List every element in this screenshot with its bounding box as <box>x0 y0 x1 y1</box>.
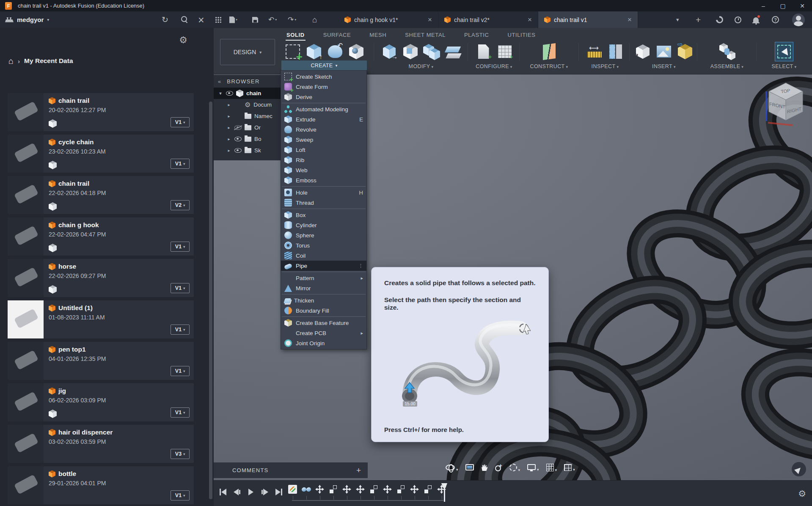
play-button[interactable] <box>246 487 256 498</box>
ribbon-tab[interactable]: UTILITIES <box>507 28 535 42</box>
fit-icon[interactable]: ▾ <box>509 464 520 472</box>
data-item-card[interactable]: chain trail 20-02-2026 12:27 PM V1▾ <box>8 93 194 131</box>
browser-collapse-icon[interactable]: « <box>218 78 221 85</box>
menu-item[interactable]: Mirror <box>281 283 366 293</box>
menu-item[interactable]: Create Form <box>281 82 366 92</box>
construction-planes-icon[interactable] <box>540 42 559 61</box>
close-document-icon[interactable]: × <box>198 11 204 28</box>
version-badge[interactable]: V1▾ <box>171 407 190 418</box>
configuration-table-icon[interactable]: + <box>495 42 514 61</box>
home-view-icon[interactable]: ⌂ <box>312 11 317 28</box>
timeline-move-icon[interactable] <box>410 485 419 494</box>
timeline-move-icon[interactable] <box>315 485 324 494</box>
data-item-card[interactable]: cycle chain 23-02-2026 10:23 AM V1▾ <box>8 135 194 173</box>
data-item-card[interactable]: pen top1 04-01-2026 12:35 PM V1▾ <box>8 342 194 380</box>
data-item-card[interactable]: jig 06-02-2026 03:09 PM V1▾ <box>8 383 194 421</box>
timeline-pipe-icon[interactable] <box>302 485 311 494</box>
document-tab[interactable]: chain trail v1 × <box>538 11 638 28</box>
section-analysis-icon[interactable] <box>606 42 625 61</box>
user-menu[interactable]: medgyor ▾ <box>5 11 49 28</box>
zoom-icon[interactable] <box>495 464 502 472</box>
group-label-modify[interactable]: MODIFY <box>379 63 463 69</box>
go-to-end-button[interactable] <box>274 487 284 498</box>
timeline-gear-icon[interactable]: ⚙ <box>798 489 806 498</box>
hole-icon[interactable] <box>347 42 366 61</box>
menu-item[interactable]: Pipe ⋮ <box>281 261 366 271</box>
group-label-insert[interactable]: INSERT <box>633 63 695 69</box>
pan-icon[interactable] <box>481 464 488 472</box>
combine-icon[interactable] <box>422 42 441 61</box>
menu-item[interactable]: Create PCB ▸ <box>281 328 366 338</box>
press-pull-icon[interactable]: → <box>380 42 399 61</box>
menu-item[interactable]: Extrude E <box>281 114 366 124</box>
tab-close-icon[interactable]: × <box>428 16 432 23</box>
menu-item[interactable]: Thicken <box>281 295 366 305</box>
orbit-icon[interactable]: ▾ <box>446 465 458 472</box>
display-settings-icon[interactable]: ▾ <box>527 464 539 472</box>
timeline-joint-icon[interactable] <box>369 485 378 494</box>
file-menu-icon[interactable]: ▾ <box>229 11 237 28</box>
search-icon[interactable] <box>181 11 188 28</box>
visibility-eye-icon[interactable] <box>226 91 233 96</box>
close-button[interactable]: ✕ <box>793 0 812 11</box>
version-badge[interactable]: V1▾ <box>171 324 190 335</box>
version-badge[interactable]: V1▾ <box>171 117 190 127</box>
group-label-assemble[interactable]: ASSEMBLE <box>699 63 754 69</box>
data-panel-gear-icon[interactable]: ⚙ <box>179 36 187 45</box>
menu-item[interactable]: Web <box>281 165 366 175</box>
create-menu-header[interactable]: CREATE▾ <box>281 60 367 70</box>
version-badge[interactable]: V2▾ <box>171 200 190 210</box>
tree-chevron-icon[interactable]: ▸ <box>226 137 231 141</box>
create-sketch-icon[interactable] <box>284 42 302 61</box>
data-panel-scrollbar[interactable] <box>209 102 212 499</box>
data-item-card[interactable]: hair oil dispencer 03-02-2026 03:59 PM V… <box>8 425 194 463</box>
menu-item[interactable]: Thread <box>281 198 366 208</box>
version-badge[interactable]: V1▾ <box>171 283 190 293</box>
view-cube[interactable]: TOP FRONT RIGHT <box>763 79 809 129</box>
save-icon[interactable] <box>252 11 258 28</box>
sync-icon[interactable]: ↻ <box>162 11 168 28</box>
group-label-configure[interactable]: CONFIGURE <box>472 63 516 69</box>
timeline-move-icon[interactable] <box>356 485 365 494</box>
go-to-start-button[interactable] <box>218 487 228 498</box>
kebab-menu-icon[interactable]: ⋮ <box>358 263 363 269</box>
extrude-icon[interactable]: ↑ <box>305 42 323 61</box>
canvas-icon[interactable] <box>655 42 673 61</box>
menu-item[interactable]: Create Sketch <box>281 72 366 82</box>
menu-item[interactable]: Automated Modeling <box>281 104 366 114</box>
timeline-move-icon[interactable] <box>342 485 351 494</box>
tree-chevron-icon[interactable]: ▾ <box>218 91 223 96</box>
split-body-icon[interactable] <box>443 42 462 61</box>
timeline-move-icon[interactable] <box>383 485 392 494</box>
menu-item[interactable]: Boundary Fill <box>281 305 366 316</box>
version-badge[interactable]: V1▾ <box>171 490 190 500</box>
select-window-icon[interactable] <box>775 42 793 61</box>
workspace-selector[interactable]: DESIGN ▾ <box>220 39 275 65</box>
menu-item[interactable]: Create Base Feature <box>281 318 366 328</box>
data-item-card[interactable]: chain g hook 22-02-2026 04:47 PM V1▾ <box>8 217 194 256</box>
version-badge[interactable]: V1▾ <box>171 366 190 376</box>
revolve-icon[interactable]: ↶ <box>326 42 344 61</box>
visibility-eye-icon[interactable] <box>234 125 242 130</box>
timeline-joint-icon[interactable] <box>424 485 432 494</box>
redo-icon[interactable]: ↷▾ <box>288 11 296 28</box>
menu-item[interactable]: Box <box>281 210 366 220</box>
data-item-card[interactable]: Untitled (1) 01-08-2023 11:11 AM V1▾ <box>8 300 194 338</box>
menu-item[interactable]: Pattern ▸ <box>281 273 366 283</box>
insert-derive-icon[interactable]: ↘ <box>633 42 652 61</box>
profile-avatar[interactable] <box>792 11 805 28</box>
menu-item[interactable]: Loft <box>281 145 366 155</box>
group-label-inspect[interactable]: INSPECT <box>582 63 628 69</box>
visibility-eye-icon[interactable] <box>234 148 242 153</box>
joint-icon[interactable] <box>718 42 736 61</box>
tree-chevron-icon[interactable]: ▸ <box>226 125 231 130</box>
maximize-button[interactable]: ▢ <box>773 0 793 11</box>
menu-item[interactable]: Cylinder <box>281 220 366 230</box>
version-badge[interactable]: V1▾ <box>171 159 190 169</box>
step-forward-button[interactable] <box>260 487 270 498</box>
app-grid-icon[interactable] <box>215 11 221 28</box>
menu-item[interactable]: Sphere <box>281 230 366 240</box>
menu-item[interactable]: Hole H <box>281 187 366 198</box>
configuration-icon[interactable]: + <box>474 42 493 61</box>
ribbon-tab[interactable]: SHEET METAL <box>405 28 446 42</box>
